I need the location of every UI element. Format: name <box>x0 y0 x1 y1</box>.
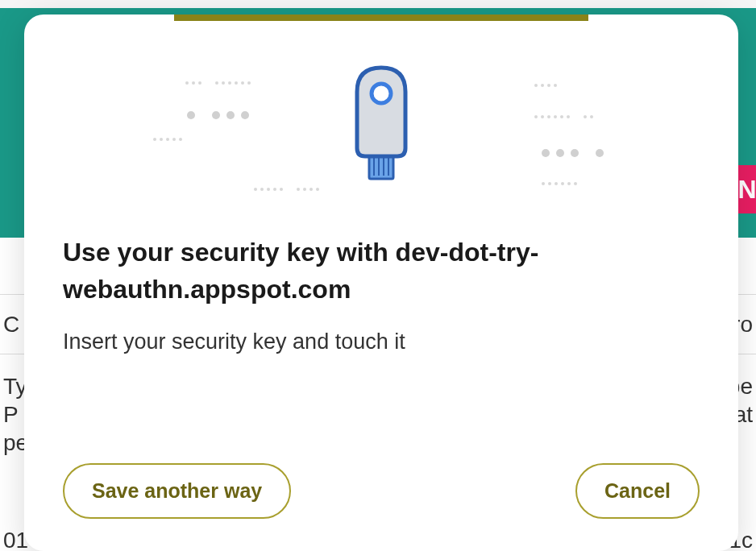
security-key-icon <box>341 60 422 192</box>
pink-badge-text: N <box>737 175 756 205</box>
decorative-dots <box>540 146 605 160</box>
svg-point-5 <box>372 84 391 103</box>
decorative-dots <box>185 76 251 90</box>
modal-illustration <box>24 21 738 222</box>
modal-subtitle: Insert your security key and touch it <box>63 329 700 354</box>
decorative-dots <box>542 182 577 185</box>
background-pink-badge: N <box>738 165 756 213</box>
modal-title: Use your security key with dev-dot-try-w… <box>63 234 700 309</box>
cancel-button[interactable]: Cancel <box>575 463 700 519</box>
save-another-way-button[interactable]: Save another way <box>63 463 291 519</box>
modal-footer: Save another way Cancel <box>63 463 700 519</box>
decorative-dots <box>534 84 557 87</box>
decorative-dots <box>534 110 593 124</box>
modal-body: Use your security key with dev-dot-try-w… <box>24 222 738 354</box>
decorative-dots <box>153 138 182 141</box>
security-key-modal: Use your security key with dev-dot-try-w… <box>24 14 738 551</box>
modal-progress-bar <box>174 14 588 21</box>
decorative-dots <box>185 108 251 122</box>
decorative-dots <box>254 182 319 197</box>
